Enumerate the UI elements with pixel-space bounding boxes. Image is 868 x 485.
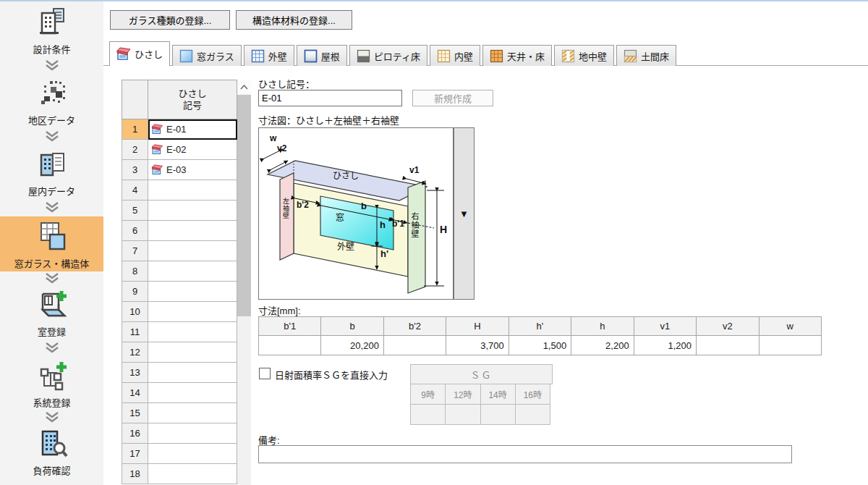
tab-ceiling-floor[interactable]: 天井・床	[482, 45, 552, 66]
row-number-cell[interactable]: 17	[122, 444, 148, 464]
tab-doma-floor[interactable]: 土間床	[616, 45, 676, 66]
row-symbol-cell[interactable]	[148, 302, 237, 322]
sidebar-item-system-register[interactable]: 系統登録	[0, 359, 103, 409]
list-row[interactable]: 2E-02	[122, 140, 237, 160]
row-symbol-cell[interactable]	[148, 464, 237, 484]
row-number-cell[interactable]: 9	[122, 282, 148, 302]
sidebar-item-window-structure[interactable]: 窓ガラス・構造体	[0, 216, 103, 271]
sg-value-cell[interactable]	[515, 405, 550, 425]
sg-time-header-cell: 16時	[515, 384, 550, 405]
row-symbol-cell[interactable]	[148, 221, 237, 241]
row-number-cell[interactable]: 2	[122, 140, 148, 160]
list-row[interactable]: 11	[122, 322, 237, 342]
row-symbol-cell[interactable]	[148, 282, 237, 302]
row-number-cell[interactable]: 6	[122, 221, 148, 241]
row-number-cell[interactable]: 8	[122, 261, 148, 282]
dims-value-cell[interactable]: 3,700	[446, 336, 509, 355]
sidebar-item-design-conditions[interactable]: 設計条件	[0, 6, 103, 56]
sg-direct-input-checkbox[interactable]	[259, 368, 271, 379]
row-number-cell[interactable]: 13	[122, 363, 148, 383]
sg-value-cell[interactable]	[480, 405, 516, 425]
diagram-selector-dropdown[interactable]: ▼	[454, 127, 475, 300]
row-symbol-cell[interactable]: E-03	[148, 160, 237, 180]
list-row[interactable]: 9	[122, 282, 237, 302]
row-number-cell[interactable]: 10	[122, 302, 148, 322]
tab-inner-wall[interactable]: 内壁	[430, 45, 480, 66]
row-number-cell[interactable]: 12	[122, 342, 148, 363]
row-number-cell[interactable]: 11	[122, 322, 148, 342]
row-symbol-cell[interactable]	[148, 423, 237, 444]
row-number-cell[interactable]: 14	[122, 383, 148, 403]
row-number-cell[interactable]: 3	[122, 160, 148, 180]
list-row[interactable]: 15	[122, 403, 237, 423]
tab-label: 土間床	[641, 49, 669, 63]
scrollbar-thumb[interactable]	[237, 95, 251, 316]
list-row[interactable]: 10	[122, 302, 237, 322]
tab-hisashi[interactable]: ひさし	[109, 41, 170, 66]
tab-exterior-wall[interactable]: 外壁	[244, 45, 294, 66]
remarks-input[interactable]	[258, 445, 792, 463]
list-row[interactable]: 6	[122, 221, 237, 241]
sg-value-cell[interactable]	[410, 405, 446, 425]
row-number-cell[interactable]: 1	[122, 119, 148, 140]
scrollbar-up-arrow-icon[interactable]	[237, 80, 251, 94]
sg-value-cell[interactable]	[445, 405, 480, 425]
list-row[interactable]: 12	[122, 342, 237, 363]
dims-value-cell[interactable]	[258, 336, 321, 355]
row-symbol-cell[interactable]	[148, 342, 237, 363]
row-number-cell[interactable]: 5	[122, 201, 148, 221]
row-number-cell[interactable]: 18	[122, 464, 148, 484]
list-row[interactable]: 16	[122, 423, 237, 444]
list-row[interactable]: 5	[122, 201, 237, 221]
row-symbol-cell[interactable]	[148, 363, 237, 383]
list-row[interactable]: 1E-01	[122, 119, 237, 140]
dims-value-cell[interactable]: 1,200	[634, 336, 697, 355]
dims-value-cell[interactable]: 20,200	[320, 336, 383, 355]
row-number-cell[interactable]: 16	[122, 423, 148, 444]
row-number-cell[interactable]: 15	[122, 403, 148, 423]
dims-column: w	[759, 316, 822, 355]
list-row[interactable]: 4	[122, 180, 237, 201]
row-number-cell[interactable]: 7	[122, 241, 148, 261]
row-symbol-text: E-03	[166, 164, 186, 175]
tab-roof[interactable]: 屋根	[297, 45, 347, 66]
sidebar-label: 室登録	[38, 324, 66, 338]
sidebar-item-room-register[interactable]: 室登録	[0, 288, 103, 338]
list-row[interactable]: 13	[122, 363, 237, 383]
row-symbol-cell[interactable]: E-02	[148, 140, 237, 160]
sidebar-item-district-data[interactable]: 地区データ	[0, 77, 103, 127]
tab-window-glass[interactable]: 窓ガラス	[172, 45, 242, 66]
row-symbol-cell[interactable]	[148, 322, 237, 342]
list-row[interactable]: 7	[122, 241, 237, 261]
tab-underground-wall[interactable]: 地中壁	[554, 45, 614, 66]
dims-value-cell[interactable]	[696, 336, 759, 355]
symbol-input[interactable]	[258, 90, 402, 106]
sidebar-item-indoor-data[interactable]: 屋内データ	[0, 148, 103, 198]
tab-label: 地中壁	[579, 49, 607, 63]
list-row[interactable]: 3E-03	[122, 160, 237, 180]
row-symbol-cell[interactable]	[148, 261, 237, 282]
list-row[interactable]: 18	[122, 464, 237, 484]
dims-value-cell[interactable]	[759, 336, 822, 355]
list-scrollbar[interactable]	[237, 80, 251, 485]
list-row[interactable]: 17	[122, 444, 237, 464]
row-symbol-cell[interactable]	[148, 241, 237, 261]
dims-value-cell[interactable]: 2,200	[571, 336, 634, 355]
row-symbol-cell[interactable]	[148, 201, 237, 221]
row-symbol-cell[interactable]	[148, 180, 237, 201]
register-glass-types-button[interactable]: ガラス種類の登録...	[110, 10, 230, 30]
create-new-button[interactable]: 新規作成	[412, 90, 493, 106]
row-number-cell[interactable]: 4	[122, 180, 148, 201]
row-symbol-cell[interactable]	[148, 403, 237, 423]
row-symbol-cell[interactable]: E-01	[148, 119, 237, 140]
dims-value-cell[interactable]	[383, 336, 446, 355]
list-row[interactable]: 14	[122, 383, 237, 403]
dims-value-cell[interactable]: 1,500	[509, 336, 571, 355]
row-symbol-cell[interactable]	[148, 444, 237, 464]
tab-piloti-floor[interactable]: ピロティ床	[349, 45, 427, 66]
register-structure-materials-button[interactable]: 構造体材料の登録...	[236, 10, 352, 30]
list-row[interactable]: 8	[122, 261, 237, 282]
sidebar-item-load-check[interactable]: 負荷確認	[0, 427, 103, 477]
row-symbol-cell[interactable]	[148, 383, 237, 403]
awning-list-table: ひさし 記号 1E-012E-023E-03456789101112131415…	[122, 80, 237, 485]
